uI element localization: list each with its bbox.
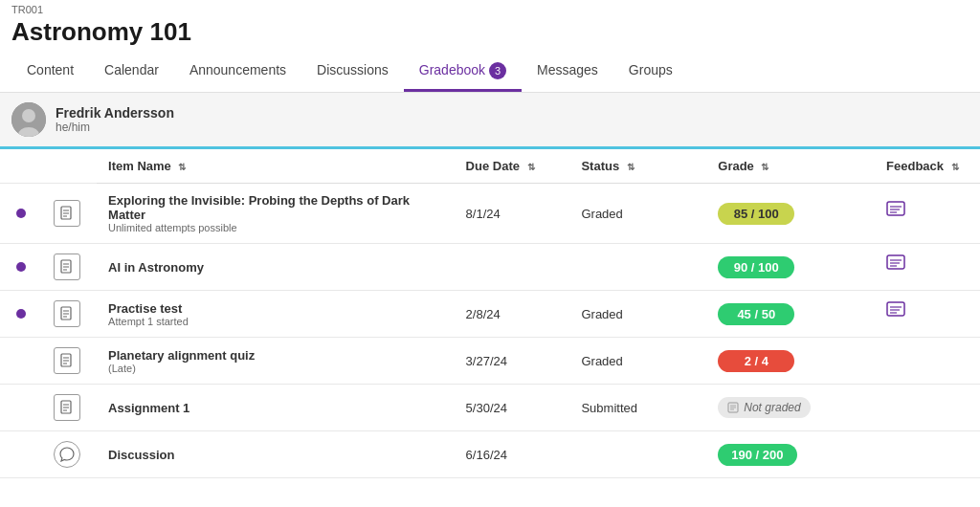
not-graded-badge: Not graded bbox=[718, 397, 810, 418]
row-dot-cell bbox=[0, 184, 42, 244]
row-grade: 190 / 200 bbox=[706, 431, 875, 478]
nav-tab-discussions[interactable]: Discussions bbox=[301, 55, 404, 92]
feedback-icon[interactable] bbox=[886, 260, 907, 279]
item-sub-text: (Late) bbox=[108, 363, 443, 374]
row-item-name-cell: Exploring the Invisible: Probing the Dep… bbox=[97, 184, 455, 244]
row-dot-cell bbox=[0, 291, 42, 338]
feedback-icon[interactable] bbox=[886, 307, 907, 326]
gradebook-container: Item Name ⇅ Due Date ⇅ Status ⇅ Grade ⇅ … bbox=[0, 149, 980, 478]
nav-tab-content[interactable]: Content bbox=[11, 55, 89, 92]
row-dot-cell bbox=[0, 338, 42, 385]
header-status[interactable]: Status ⇅ bbox=[569, 149, 706, 184]
svg-rect-15 bbox=[887, 255, 904, 269]
row-item-name-cell: Planetary alignment quiz(Late) bbox=[97, 338, 455, 385]
row-due-date: 6/16/24 bbox=[455, 431, 570, 478]
grade-pill: 85 / 100 bbox=[718, 203, 794, 225]
header-due-date[interactable]: Due Date ⇅ bbox=[455, 149, 570, 184]
student-bar: Fredrik Andersson he/him bbox=[0, 93, 980, 149]
svg-rect-23 bbox=[887, 302, 904, 316]
unread-dot bbox=[16, 262, 26, 272]
document-icon bbox=[54, 347, 80, 374]
item-name-text[interactable]: AI in Astronomy bbox=[108, 260, 443, 275]
row-grade: 2 / 4 bbox=[706, 338, 875, 385]
sort-icon-status: ⇅ bbox=[627, 162, 635, 172]
table-row: Assignment 15/30/24Submitted Not graded bbox=[0, 385, 980, 431]
row-status bbox=[569, 431, 706, 478]
feedback-icon[interactable] bbox=[886, 207, 907, 226]
row-due-date: 2/8/24 bbox=[455, 291, 570, 338]
row-icon-cell bbox=[42, 184, 97, 244]
row-due-date: 3/27/24 bbox=[455, 338, 570, 385]
table-header-row: Item Name ⇅ Due Date ⇅ Status ⇅ Grade ⇅ … bbox=[0, 149, 980, 184]
row-icon-cell bbox=[42, 431, 97, 478]
document-icon bbox=[54, 200, 80, 227]
sort-icon-item: ⇅ bbox=[178, 162, 186, 172]
grade-pill: 90 / 100 bbox=[718, 256, 794, 278]
row-due-date: 5/30/24 bbox=[455, 385, 570, 431]
sort-icon-feedback: ⇅ bbox=[951, 162, 959, 172]
table-row: Planetary alignment quiz(Late)3/27/24Gra… bbox=[0, 338, 980, 385]
unread-dot bbox=[16, 309, 26, 319]
row-item-name-cell: Assignment 1 bbox=[97, 385, 455, 431]
header-grade[interactable]: Grade ⇅ bbox=[706, 149, 875, 184]
row-feedback bbox=[875, 431, 980, 478]
unread-dot bbox=[16, 209, 26, 218]
row-feedback bbox=[875, 291, 980, 338]
nav-tab-groups[interactable]: Groups bbox=[613, 55, 688, 92]
svg-rect-7 bbox=[887, 202, 904, 215]
table-row: Discussion6/16/24190 / 200 bbox=[0, 431, 980, 478]
item-name-text[interactable]: Discussion bbox=[108, 448, 443, 462]
grade-pill: 45 / 50 bbox=[718, 303, 794, 325]
row-dot-cell bbox=[0, 244, 42, 291]
nav-tab-gradebook[interactable]: Gradebook3 bbox=[404, 55, 522, 92]
row-grade: 90 / 100 bbox=[706, 244, 875, 291]
row-grade: 85 / 100 bbox=[706, 184, 875, 244]
nav-tab-messages[interactable]: Messages bbox=[522, 55, 613, 92]
course-title: Astronomy 101 bbox=[11, 17, 969, 47]
nav-tab-calendar[interactable]: Calendar bbox=[89, 55, 174, 92]
row-status: Graded bbox=[569, 291, 706, 338]
student-pronouns: he/him bbox=[56, 121, 174, 134]
nav-tab-announcements[interactable]: Announcements bbox=[174, 55, 301, 92]
svg-point-1 bbox=[22, 109, 35, 122]
row-status: Graded bbox=[569, 184, 706, 244]
row-dot-cell bbox=[0, 431, 42, 478]
student-info: Fredrik Andersson he/him bbox=[56, 105, 174, 134]
row-feedback bbox=[875, 338, 980, 385]
header-item-name[interactable]: Item Name ⇅ bbox=[97, 149, 455, 184]
discussion-icon bbox=[54, 441, 80, 468]
row-feedback bbox=[875, 184, 980, 244]
row-item-name-cell: AI in Astronomy bbox=[97, 244, 455, 291]
table-row: AI in Astronomy90 / 100 bbox=[0, 244, 980, 291]
row-icon-cell bbox=[42, 385, 97, 431]
row-icon-cell bbox=[42, 338, 97, 385]
row-grade: 45 / 50 bbox=[706, 291, 875, 338]
row-item-name-cell: Practise testAttempt 1 started bbox=[97, 291, 455, 338]
sort-icon-due: ⇅ bbox=[527, 162, 535, 172]
item-name-text[interactable]: Assignment 1 bbox=[108, 401, 443, 415]
item-name-text[interactable]: Exploring the Invisible: Probing the Dep… bbox=[108, 193, 443, 222]
avatar bbox=[11, 102, 46, 137]
table-row: Practise testAttempt 1 started2/8/24Grad… bbox=[0, 291, 980, 338]
item-name-text[interactable]: Planetary alignment quiz bbox=[108, 348, 443, 363]
item-sub-text: Unlimited attempts possible bbox=[108, 222, 443, 233]
course-id: TR001 bbox=[11, 4, 969, 15]
document-icon bbox=[54, 394, 80, 421]
row-icon-cell bbox=[42, 291, 97, 338]
row-item-name-cell: Discussion bbox=[97, 431, 455, 478]
row-icon-cell bbox=[42, 244, 97, 291]
row-feedback bbox=[875, 244, 980, 291]
grade-pill: 190 / 200 bbox=[718, 444, 796, 466]
header-feedback[interactable]: Feedback ⇅ bbox=[875, 149, 980, 184]
table-row: Exploring the Invisible: Probing the Dep… bbox=[0, 184, 980, 244]
row-status: Graded bbox=[569, 338, 706, 385]
item-sub-text: Attempt 1 started bbox=[108, 316, 443, 327]
row-dot-cell bbox=[0, 385, 42, 431]
item-name-text[interactable]: Practise test bbox=[108, 301, 443, 316]
row-due-date bbox=[455, 244, 570, 291]
document-icon bbox=[54, 254, 80, 280]
gradebook-table: Item Name ⇅ Due Date ⇅ Status ⇅ Grade ⇅ … bbox=[0, 149, 980, 478]
sort-icon-grade: ⇅ bbox=[761, 162, 768, 172]
row-feedback bbox=[875, 385, 980, 431]
student-name: Fredrik Andersson bbox=[56, 105, 174, 121]
